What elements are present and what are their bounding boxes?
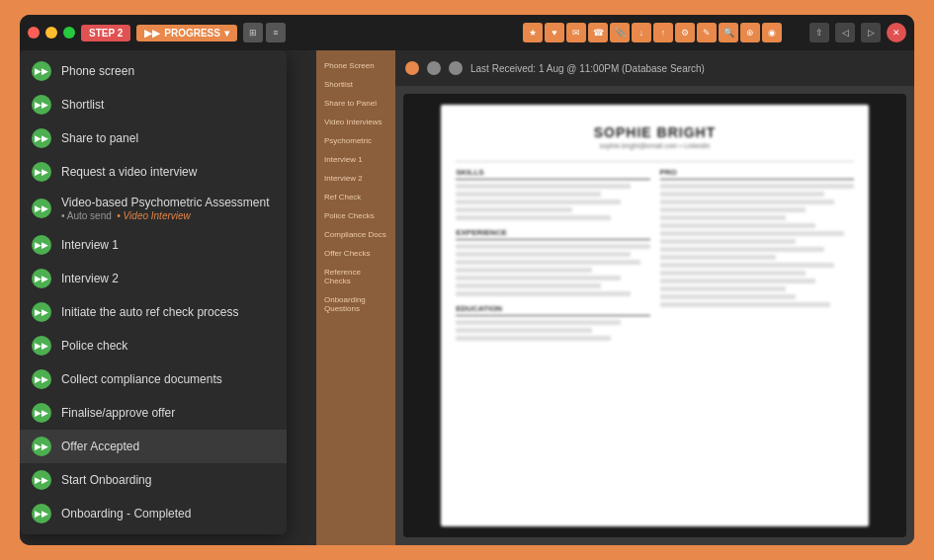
middle-item-1[interactable]: Phone Screen xyxy=(320,58,391,73)
middle-item-2[interactable]: Shortlist xyxy=(320,77,391,92)
menu-item-text-ref-check: Initiate the auto ref check process xyxy=(61,305,238,319)
menu-item-psychometric[interactable]: ▶▶ Video-based Psychometric Assessment •… xyxy=(20,189,287,228)
cv-section-pro: PRO xyxy=(660,168,854,307)
action-icon-4[interactable]: ☎ xyxy=(588,23,608,42)
cv-line-r9 xyxy=(660,247,825,252)
menu-icon-interview2: ▶▶ xyxy=(32,269,51,288)
menu-item-ref-check[interactable]: ▶▶ Initiate the auto ref check process xyxy=(20,295,287,329)
cv-line-r13 xyxy=(660,279,815,283)
main-window: STEP 2 ▶▶ PROGRESS ▾ ⊞ ≡ ★ ♥ ✉ ☎ 📎 ↓ ↑ ⚙… xyxy=(20,15,914,545)
action-icons: ★ ♥ ✉ ☎ 📎 ↓ ↑ ⚙ ✎ 🔍 ⊕ ◉ xyxy=(523,23,782,42)
cv-section-title-pro: PRO xyxy=(660,168,854,180)
cv-divider xyxy=(456,161,854,162)
right-panel: Last Received: 1 Aug @ 11:00PM (Database… xyxy=(395,50,914,545)
middle-item-10[interactable]: Compliance Docs xyxy=(320,227,391,242)
chevron-down-icon: ▾ xyxy=(224,28,229,39)
middle-panel: Phone Screen Shortlist Share to Panel Vi… xyxy=(316,50,395,545)
action-icon-10[interactable]: 🔍 xyxy=(719,23,738,42)
cv-line-13 xyxy=(456,320,621,325)
middle-item-11[interactable]: Offer Checks xyxy=(320,246,391,261)
grid-icon[interactable]: ⊞ xyxy=(243,23,263,42)
action-icon-6[interactable]: ↓ xyxy=(632,23,651,42)
menu-item-text-share-panel: Share to panel xyxy=(61,131,138,145)
menu-item-compliance[interactable]: ▶▶ Collect compliance documents xyxy=(20,362,287,396)
menu-icon-share-panel: ▶▶ xyxy=(32,128,51,148)
cv-preview[interactable]: SOPHIE BRIGHT sophie.bright@email.com • … xyxy=(403,94,906,537)
menu-item-text-compliance: Collect compliance documents xyxy=(61,372,222,386)
cv-status-text: Last Received: 1 Aug @ 11:00PM (Database… xyxy=(470,63,705,74)
menu-item-shortlist[interactable]: ▶▶ Shortlist xyxy=(20,88,287,121)
cv-line-r1 xyxy=(660,184,854,189)
close-button[interactable] xyxy=(28,27,40,39)
middle-item-3[interactable]: Share to Panel xyxy=(320,96,391,111)
cv-line-11 xyxy=(456,283,601,288)
menu-item-share-panel[interactable]: ▶▶ Share to panel xyxy=(20,121,287,155)
middle-item-8[interactable]: Ref Check xyxy=(320,190,391,204)
action-icon-1[interactable]: ★ xyxy=(523,23,543,42)
menu-item-text-offer-accepted: Offer Accepted xyxy=(61,440,139,453)
window-close-icon[interactable]: ✕ xyxy=(887,23,906,42)
cv-line-r3 xyxy=(660,200,835,204)
action-icon-7[interactable]: ↑ xyxy=(653,23,673,42)
menu-icon-compliance: ▶▶ xyxy=(32,369,51,389)
menu-item-interview1[interactable]: ▶▶ Interview 1 xyxy=(20,228,287,262)
cv-line-3 xyxy=(456,200,621,204)
menu-item-offer-accepted[interactable]: ▶▶ Offer Accepted xyxy=(20,430,287,463)
cv-line-5 xyxy=(456,215,611,220)
menu-sub-psychometric: • Auto send • Video Interview xyxy=(61,210,270,221)
cv-line-r7 xyxy=(660,231,845,236)
menu-item-video-interview[interactable]: ▶▶ Request a video interview xyxy=(20,155,287,189)
action-icon-11[interactable]: ⊕ xyxy=(740,23,760,42)
menu-item-text-video-interview: Request a video interview xyxy=(61,165,197,179)
action-icon-5[interactable]: 📎 xyxy=(610,23,630,42)
middle-item-7[interactable]: Interview 2 xyxy=(320,171,391,186)
middle-item-9[interactable]: Police Checks xyxy=(320,208,391,223)
action-icon-9[interactable]: ✎ xyxy=(697,23,717,42)
cv-line-4 xyxy=(456,207,572,212)
middle-item-5[interactable]: Psychometric xyxy=(320,133,391,148)
status-dot-gray xyxy=(427,61,441,75)
menu-item-text-shortlist: Shortlist xyxy=(61,98,104,112)
menu-item-text-start-onboarding: Start Onboarding xyxy=(61,473,151,487)
menu-item-text-interview2: Interview 2 xyxy=(61,272,119,285)
list-icon[interactable]: ≡ xyxy=(266,23,286,42)
cv-line-10 xyxy=(456,276,621,280)
middle-item-12[interactable]: Reference Checks xyxy=(320,265,391,288)
menu-item-start-onboarding[interactable]: ▶▶ Start Onboarding xyxy=(20,463,287,497)
progress-button[interactable]: ▶▶ PROGRESS ▾ xyxy=(136,25,237,41)
cv-line-9 xyxy=(456,268,591,273)
cv-section-education: EDUCATION xyxy=(456,304,649,341)
menu-item-phone-screen[interactable]: ▶▶ Phone screen xyxy=(20,54,287,88)
middle-item-4[interactable]: Video Interviews xyxy=(320,115,391,129)
action-icon-3[interactable]: ✉ xyxy=(566,23,586,42)
menu-item-interview2[interactable]: ▶▶ Interview 2 xyxy=(20,262,287,295)
cv-toolbar: Last Received: 1 Aug @ 11:00PM (Database… xyxy=(395,50,914,86)
menu-item-police-check[interactable]: ▶▶ Police check xyxy=(20,329,287,362)
cv-section-title-skills: SKILLS xyxy=(456,168,649,180)
cv-col-left: SKILLS EXPERIENCE xyxy=(456,168,649,349)
cv-line-r12 xyxy=(660,271,806,276)
middle-item-13[interactable]: Onboarding Questions xyxy=(320,292,391,316)
menu-item-onboarding-completed[interactable]: ▶▶ Onboarding - Completed xyxy=(20,497,287,530)
action-icon-8[interactable]: ⚙ xyxy=(675,23,695,42)
menu-item-finalise-offer[interactable]: ▶▶ Finalise/approve offer xyxy=(20,396,287,430)
cv-line-r15 xyxy=(660,294,796,299)
nav-forward-icon[interactable]: ▷ xyxy=(861,23,881,42)
progress-arrow-icon: ▶▶ xyxy=(144,28,160,39)
minimize-button[interactable] xyxy=(45,27,57,39)
step-button[interactable]: STEP 2 xyxy=(81,25,130,41)
nav-back-icon[interactable]: ◁ xyxy=(835,23,855,42)
menu-icon-ref-check: ▶▶ xyxy=(32,302,51,322)
menu-icon-finalise-offer: ▶▶ xyxy=(32,403,51,423)
menu-icon-interview1: ▶▶ xyxy=(32,235,51,255)
action-icon-12[interactable]: ◉ xyxy=(762,23,782,42)
action-icon-2[interactable]: ♥ xyxy=(545,23,564,42)
menu-item-text-phone-screen: Phone screen xyxy=(61,64,134,78)
menu-icon-onboarding-completed: ▶▶ xyxy=(32,504,51,523)
share-icon[interactable]: ⇧ xyxy=(809,23,829,42)
menu-item-text-finalise-offer: Finalise/approve offer xyxy=(61,406,175,420)
maximize-button[interactable] xyxy=(63,27,75,39)
middle-item-6[interactable]: Interview 1 xyxy=(320,152,391,167)
left-panel: Sophie Recruitment ▶▶ Phone screen ▶▶ xyxy=(20,50,316,545)
cv-line-r8 xyxy=(660,239,796,244)
